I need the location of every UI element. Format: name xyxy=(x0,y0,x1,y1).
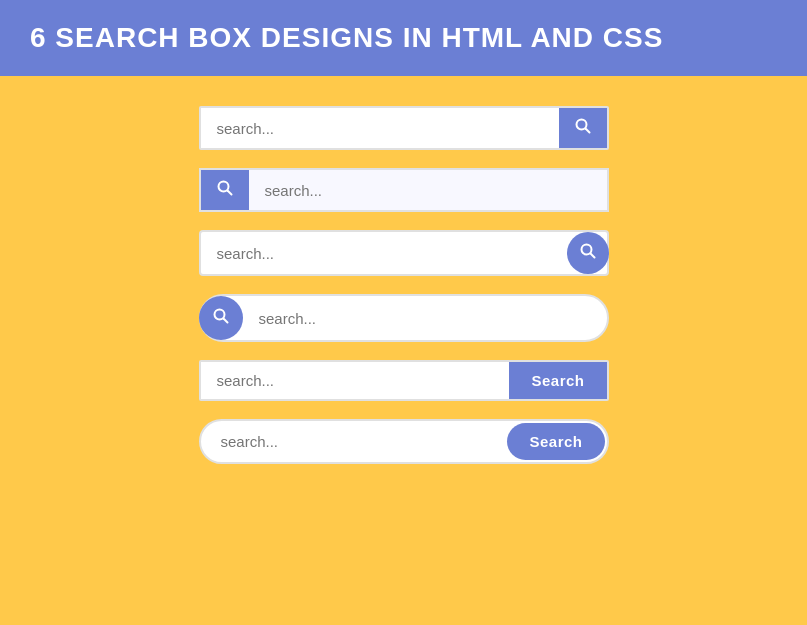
search-button-6[interactable]: Search xyxy=(507,423,604,460)
search-input-1[interactable] xyxy=(201,108,559,148)
search-button-2[interactable] xyxy=(201,170,249,210)
search-box-4 xyxy=(199,294,609,342)
search-box-5: Search xyxy=(199,360,609,401)
search-button-4[interactable] xyxy=(199,296,243,340)
svg-line-3 xyxy=(227,191,231,195)
search-icon xyxy=(213,308,229,328)
content-area: Search Search xyxy=(0,106,807,494)
header: 6 SEARCH BOX DESIGNS IN HTML AND CSS xyxy=(0,0,807,76)
search-button-3[interactable] xyxy=(567,232,609,274)
search-input-3[interactable] xyxy=(201,235,567,272)
search-box-2 xyxy=(199,168,609,212)
svg-line-5 xyxy=(590,254,594,258)
search-input-5[interactable] xyxy=(201,362,510,399)
svg-line-7 xyxy=(223,319,227,323)
svg-line-1 xyxy=(585,129,589,133)
search-input-6[interactable] xyxy=(201,423,506,460)
search-icon xyxy=(580,243,596,263)
search-box-3 xyxy=(199,230,609,276)
page-title: 6 SEARCH BOX DESIGNS IN HTML AND CSS xyxy=(30,22,777,54)
search-box-1 xyxy=(199,106,609,150)
search-input-4[interactable] xyxy=(243,300,607,337)
search-button-1[interactable] xyxy=(559,108,607,148)
search-icon xyxy=(575,118,591,138)
search-icon xyxy=(217,180,233,200)
search-box-6: Search xyxy=(199,419,609,464)
search-button-5[interactable]: Search xyxy=(509,362,606,399)
search-input-2[interactable] xyxy=(249,170,607,210)
